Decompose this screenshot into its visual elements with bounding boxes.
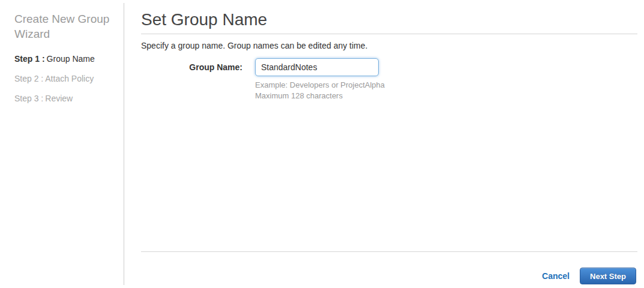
step-prefix: Step 2 : [14,74,43,83]
group-name-max-hint: Maximum 128 characters [255,91,385,101]
sidebar-divider [124,3,124,285]
next-step-button[interactable]: Next Step [580,268,636,284]
wizard-footer: Cancel Next Step [542,268,636,284]
wizard-steps: Step 1 :Group Name Step 2 :Attach Policy… [14,55,124,103]
step-item-review: Step 3 :Review [14,94,124,103]
group-name-form-row: Group Name: Example: Developers or Proje… [141,58,637,101]
step-item-group-name: Step 1 :Group Name [14,55,124,64]
step-label: Review [45,94,73,103]
step-label: Attach Policy [45,74,94,83]
create-group-wizard-page: Create New Group Wizard Step 1 :Group Na… [0,0,644,288]
page-description: Specify a group name. Group names can be… [141,41,637,50]
group-name-input[interactable] [255,58,379,76]
main-content: Set Group Name Specify a group name. Gro… [141,0,637,288]
step-label: Group Name [47,54,95,64]
page-title: Set Group Name [141,10,637,29]
wizard-title: Create New Group Wizard [14,11,110,41]
step-prefix: Step 3 : [14,94,43,103]
group-name-field-column: Example: Developers or ProjectAlpha Maxi… [255,58,385,101]
group-name-example-hint: Example: Developers or ProjectAlpha [255,80,385,91]
wizard-sidebar: Create New Group Wizard Step 1 :Group Na… [0,0,124,288]
step-prefix: Step 1 : [14,54,45,64]
group-name-label: Group Name: [141,58,242,76]
title-divider [141,34,637,34]
footer-divider [141,251,637,252]
step-item-attach-policy: Step 2 :Attach Policy [14,74,124,83]
cancel-button[interactable]: Cancel [542,271,570,281]
